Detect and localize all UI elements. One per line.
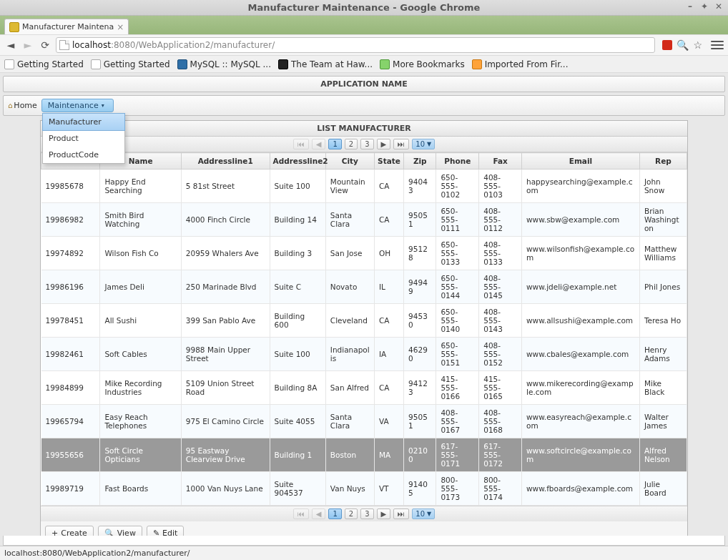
table-cell: 650-555-0140 xyxy=(436,304,479,338)
bookmark-imported[interactable]: Imported From Fir... xyxy=(472,59,569,69)
os-window-titlebar: Manufacturer Maintenance - Google Chrome… xyxy=(0,0,728,16)
table-cell: Walter James xyxy=(639,405,687,438)
chevron-down-icon: ▼ xyxy=(427,511,431,517)
url-bar[interactable]: localhost:8080/WebApplication2/manufactu… xyxy=(56,37,655,53)
table-cell: Soft Cables xyxy=(100,338,181,371)
minimize-icon[interactable]: – xyxy=(685,1,695,11)
bookmark-getting-started[interactable]: Getting Started xyxy=(4,59,84,69)
pager-last-icon[interactable]: ⏭ xyxy=(393,509,409,519)
forward-button[interactable]: ► xyxy=(21,39,34,51)
table-cell: 617-555-0171 xyxy=(436,438,479,472)
column-header[interactable]: Rep xyxy=(639,153,687,170)
table-cell: 20959 Whalers Ave xyxy=(181,237,270,270)
zoom-icon[interactable]: 🔍 xyxy=(677,39,689,51)
table-cell: 95051 xyxy=(404,405,436,438)
pager-size-select[interactable]: 10▼ xyxy=(412,139,435,149)
column-header[interactable]: Fax xyxy=(479,153,522,170)
flash-icon[interactable] xyxy=(662,40,672,50)
table-row[interactable]: 19955656Soft Circle Opticians95 Eastway … xyxy=(41,438,687,472)
table-row[interactable]: 19984899Mike Recording Industries5109 Un… xyxy=(41,371,687,405)
table-row[interactable]: 19982461Soft Cables9988 Main Upper Stree… xyxy=(41,338,687,371)
menu-item-productcode[interactable]: ProductCode xyxy=(43,147,124,163)
table-cell: 94043 xyxy=(404,170,436,203)
menu-item-product[interactable]: Product xyxy=(43,130,124,147)
table-cell: Suite C xyxy=(270,270,325,304)
pager-next-icon[interactable]: ▶ xyxy=(377,139,391,149)
table-cell: Brian Washington xyxy=(639,203,687,237)
column-header[interactable]: State xyxy=(374,153,403,170)
close-tab-icon[interactable]: × xyxy=(117,22,124,32)
column-header[interactable]: Zip xyxy=(404,153,436,170)
maximize-icon[interactable]: ✦ xyxy=(699,1,709,11)
pager-next-icon[interactable]: ▶ xyxy=(377,509,391,519)
table-row[interactable]: 19985678Happy End Searching5 81st Street… xyxy=(41,170,687,203)
pager-page-2[interactable]: 2 xyxy=(345,139,358,149)
maintenance-dropdown: Manufacturer Product ProductCode xyxy=(42,113,125,164)
column-header[interactable]: City xyxy=(325,153,374,170)
table-cell: Novato xyxy=(325,270,374,304)
bookmark-more[interactable]: More Bookmarks xyxy=(380,59,465,69)
pager-size-select[interactable]: 10▼ xyxy=(412,509,435,519)
pager-page-3[interactable]: 3 xyxy=(360,139,373,149)
table-row[interactable]: 19965794Easy Reach Telephones975 El Cami… xyxy=(41,405,687,438)
table-cell: 5 81st Street xyxy=(181,170,270,203)
column-header[interactable]: Addressline2 xyxy=(270,153,325,170)
table-row[interactable]: 19986196James Deli250 Marinade BlvdSuite… xyxy=(41,270,687,304)
table-cell: 408-555-0167 xyxy=(436,405,479,438)
table-cell: Mike Black xyxy=(639,371,687,405)
tab-title: Manufacturer Maintena xyxy=(22,22,114,31)
table-row[interactable]: 19989719Fast Boards1000 Van Nuys LaneSui… xyxy=(41,472,687,506)
bookmark-star-icon[interactable]: ☆ xyxy=(693,39,702,51)
table-cell: 650-555-0151 xyxy=(436,338,479,371)
table-cell: 19965794 xyxy=(41,405,100,438)
back-button[interactable]: ◄ xyxy=(4,39,17,51)
bookmark-hawaii-team[interactable]: The Team at Haw... xyxy=(278,59,373,69)
browser-tab[interactable]: Manufacturer Maintena × xyxy=(4,19,129,34)
column-header[interactable]: Email xyxy=(522,153,640,170)
column-header[interactable]: Addressline1 xyxy=(181,153,270,170)
chrome-menu-icon[interactable] xyxy=(711,39,724,51)
table-cell: VA xyxy=(374,405,403,438)
table-cell: 650-555-0111 xyxy=(436,203,479,237)
close-icon[interactable]: ✕ xyxy=(714,1,724,11)
pager-page-2[interactable]: 2 xyxy=(345,509,358,519)
pager-page-1[interactable]: 1 xyxy=(328,509,341,519)
table-cell: 46290 xyxy=(404,338,436,371)
home-icon: ⌂ xyxy=(8,102,12,109)
table-row[interactable]: 19986982Smith Bird Watching4000 Finch Ci… xyxy=(41,203,687,237)
bookmark-mysql[interactable]: MySQL :: MySQL ... xyxy=(177,59,271,69)
table-row[interactable]: 19978451All Sushi399 San Pablo AveBuildi… xyxy=(41,304,687,338)
table-cell: Mike Recording Industries xyxy=(100,371,181,405)
pager-page-1[interactable]: 1 xyxy=(328,139,341,149)
pager-prev-icon[interactable]: ◀ xyxy=(312,139,326,149)
table-cell: CA xyxy=(374,170,403,203)
bookmark-icon xyxy=(278,59,288,69)
table-cell: 91405 xyxy=(404,472,436,506)
table-cell: 95 Eastway Clearview Drive xyxy=(181,438,270,472)
table-cell: Phil Jones xyxy=(639,270,687,304)
table-cell: Cleveland xyxy=(325,304,374,338)
table-cell: CA xyxy=(374,371,403,405)
paginator-bottom: ⏮ ◀ 1 2 3 ▶ ⏭ 10▼ xyxy=(41,506,687,521)
breadcrumb-home[interactable]: ⌂Home xyxy=(8,101,37,110)
pager-page-3[interactable]: 3 xyxy=(360,509,373,519)
table-row[interactable]: 19974892Wilson Fish Co20959 Whalers AveB… xyxy=(41,237,687,270)
chevron-down-icon: ▼ xyxy=(427,141,431,147)
paginator-top: ⏮ ◀ 1 2 3 ▶ ⏭ 10▼ xyxy=(41,137,687,152)
url-port: :8080 xyxy=(111,40,136,50)
bookmark-getting-started-2[interactable]: Getting Started xyxy=(91,59,170,69)
pager-first-icon[interactable]: ⏮ xyxy=(293,139,309,149)
breadcrumb-maintenance[interactable]: Maintenance▾ xyxy=(41,99,114,112)
column-header[interactable]: Phone xyxy=(436,153,479,170)
pager-first-icon[interactable]: ⏮ xyxy=(293,509,309,519)
tab-favicon-icon xyxy=(9,22,19,32)
reload-button[interactable]: ⟳ xyxy=(39,39,51,51)
table-cell: 415-555-0165 xyxy=(479,371,522,405)
table-cell: Suite 4055 xyxy=(270,405,325,438)
browser-tabstrip: Manufacturer Maintena × xyxy=(0,16,728,34)
pager-last-icon[interactable]: ⏭ xyxy=(393,139,409,149)
menu-item-manufacturer[interactable]: Manufacturer xyxy=(42,113,125,131)
pager-prev-icon[interactable]: ◀ xyxy=(312,509,326,519)
table-cell: Building 600 xyxy=(270,304,325,338)
table-cell: 94949 xyxy=(404,270,436,304)
